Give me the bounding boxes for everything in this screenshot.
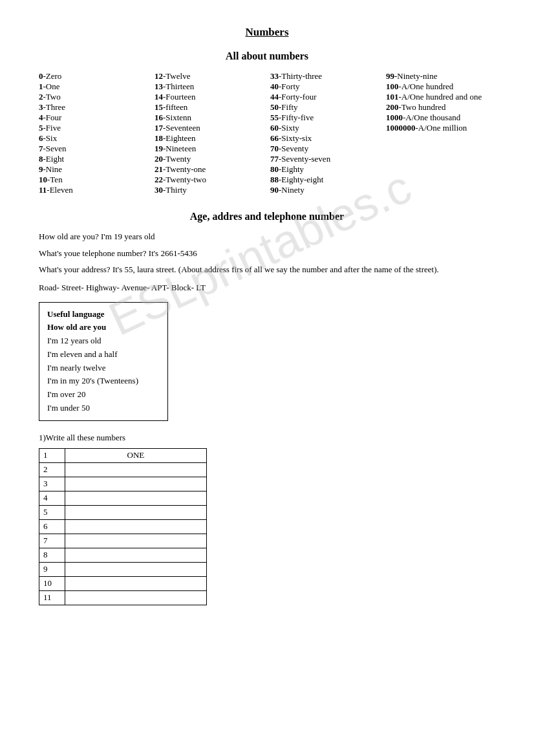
sentence-3: What's your address? It's 55, laura stre… [39, 263, 495, 276]
table-cell-num: 7 [39, 534, 65, 548]
num-entry: 200-Two hundred [386, 102, 495, 113]
num-entry: 100-A/One hundred [386, 81, 495, 92]
table-row: 7 [39, 534, 207, 548]
section2-title: Age, addres and telephone number [39, 211, 495, 222]
num-entry: 9-Nine [39, 164, 148, 175]
table-cell-word [65, 562, 206, 576]
table-row: 8 [39, 548, 207, 562]
useful-line: I'm nearly twelve [47, 362, 160, 375]
num-entry: 18-Eighteen [155, 133, 264, 144]
table-cell-num: 10 [39, 576, 65, 590]
num-entry: 30-Thirty [155, 185, 264, 195]
table-cell-num: 6 [39, 519, 65, 534]
table-cell-word [65, 590, 206, 605]
num-entry: 19-Nineteen [155, 144, 264, 154]
num-entry: 55-Fifty-five [270, 113, 379, 123]
num-entry: 88-Eighty-eight [270, 175, 379, 185]
table-row: 9 [39, 562, 207, 576]
num-entry: 33-Thirty-three [270, 71, 379, 81]
exercise-label: 1)Write all these numbers [39, 433, 495, 443]
num-entry: 1-One [39, 81, 148, 92]
table-row: 2 [39, 462, 207, 477]
numbers-table: 1 ONE 2 3 4 5 6 7 8 9 10 11 [39, 448, 207, 605]
section1-title: All about numbers [39, 50, 495, 62]
table-cell-word [65, 576, 206, 590]
num-entry: 90-Ninety [270, 185, 379, 195]
useful-title2: How old are you [47, 321, 160, 334]
table-cell-word [65, 491, 206, 505]
useful-line: I'm under 50 [47, 402, 160, 415]
useful-line: I'm over 20 [47, 388, 160, 402]
num-entry: 11-Eleven [39, 185, 148, 195]
table-cell-word [65, 505, 206, 519]
numbers-col2: 12-Twelve 13-Thirteen 14-Fourteen 15-fif… [155, 71, 264, 195]
numbers-col4: 99-Ninety-nine 100-A/One hundred 101-A/O… [386, 71, 495, 195]
table-cell-word: ONE [65, 448, 206, 462]
num-entry: 60-Sixty [270, 123, 379, 133]
table-row: 11 [39, 590, 207, 605]
num-entry: 10-Ten [39, 175, 148, 185]
num-entry: 14-Fourteen [155, 92, 264, 102]
table-row: 6 [39, 519, 207, 534]
table-cell-word [65, 462, 206, 477]
num-entry: 6-Six [39, 133, 148, 144]
table-row: 3 [39, 477, 207, 491]
table-cell-word [65, 548, 206, 562]
table-cell-num: 9 [39, 562, 65, 576]
road-line: Road- Street- Highway- Avenue- APT- Bloc… [39, 283, 495, 293]
useful-line: I'm eleven and a half [47, 348, 160, 362]
sentence-1: How old are you? I'm 19 years old [39, 230, 495, 243]
num-entry: 21-Twenty-one [155, 164, 264, 175]
table-cell-num: 1 [39, 448, 65, 462]
num-entry: 16-Sixtenn [155, 113, 264, 123]
numbers-col3: 33-Thirty-three 40-Forty 44-Forty-four 5… [270, 71, 379, 195]
table-cell-num: 3 [39, 477, 65, 491]
table-cell-num: 8 [39, 548, 65, 562]
table-cell-word [65, 519, 206, 534]
useful-language-box: Useful language How old are you I'm 12 y… [39, 302, 168, 421]
num-entry: 99-Ninety-nine [386, 71, 495, 81]
sentence-2: What's youe telephone number? It's 2661-… [39, 247, 495, 260]
table-cell-word [65, 534, 206, 548]
table-row: 1 ONE [39, 448, 207, 462]
page-title: Numbers [39, 26, 495, 39]
table-cell-num: 2 [39, 462, 65, 477]
num-entry: 8-Eight [39, 154, 148, 164]
num-entry: 15-fifteen [155, 102, 264, 113]
table-cell-num: 11 [39, 590, 65, 605]
num-entry: 80-Eighty [270, 164, 379, 175]
num-entry: 40-Forty [270, 81, 379, 92]
table-row: 10 [39, 576, 207, 590]
num-entry: 2-Two [39, 92, 148, 102]
num-entry: 3-Three [39, 102, 148, 113]
useful-line: I'm 12 years old [47, 334, 160, 348]
num-entry: 70-Seventy [270, 144, 379, 154]
num-entry: 1000000-A/One million [386, 123, 495, 133]
num-entry: 101-A/One hundred and one [386, 92, 495, 102]
num-entry: 1000-A/One thousand [386, 113, 495, 123]
numbers-col1: 0-Zero 1-One 2-Two 3-Three 4-Four 5-Five… [39, 71, 148, 195]
table-cell-num: 4 [39, 491, 65, 505]
num-entry: 4-Four [39, 113, 148, 123]
num-entry: 22-Twenty-two [155, 175, 264, 185]
num-entry: 17-Seventeen [155, 123, 264, 133]
useful-line: I'm in my 20's (Twenteens) [47, 374, 160, 388]
num-entry: 20-Twenty [155, 154, 264, 164]
num-entry: 7-Seven [39, 144, 148, 154]
num-entry: 66-Sixty-six [270, 133, 379, 144]
numbers-grid: 0-Zero 1-One 2-Two 3-Three 4-Four 5-Five… [39, 71, 495, 195]
num-entry: 5-Five [39, 123, 148, 133]
table-cell-word [65, 477, 206, 491]
table-cell-num: 5 [39, 505, 65, 519]
useful-title1: Useful language [47, 308, 160, 321]
table-row: 5 [39, 505, 207, 519]
num-entry: 50-Fifty [270, 102, 379, 113]
num-entry: 13-Thirteen [155, 81, 264, 92]
num-entry: 12-Twelve [155, 71, 264, 81]
num-entry: 44-Forty-four [270, 92, 379, 102]
num-entry: 0-Zero [39, 71, 148, 81]
num-entry: 77-Seventy-seven [270, 154, 379, 164]
table-row: 4 [39, 491, 207, 505]
